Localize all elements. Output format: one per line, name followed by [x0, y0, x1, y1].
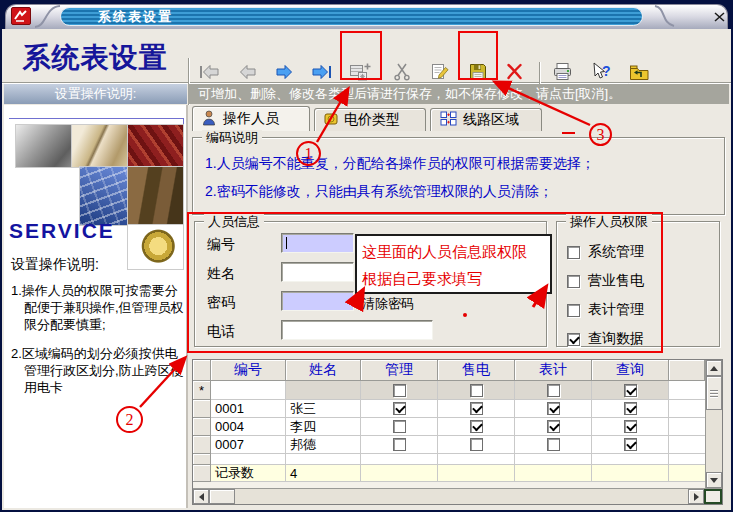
horizontal-scroll-thumb[interactable]: [209, 489, 235, 504]
row-name-cell[interactable]: 李四: [286, 418, 361, 436]
perm-row-system: 系统管理: [567, 243, 644, 261]
scroll-up-button[interactable]: [706, 360, 722, 376]
password-field[interactable]: [281, 291, 354, 311]
system-admin-checkbox[interactable]: [567, 246, 580, 259]
new-row-name-cell[interactable]: [286, 381, 361, 400]
tab-operators[interactable]: 操作人员: [192, 106, 310, 131]
row-filler: [669, 418, 705, 436]
tab-line-area[interactable]: 线路区域: [430, 108, 542, 131]
arrow-bar-left-icon: [198, 59, 220, 84]
row-sales-checkbox[interactable]: [470, 420, 483, 433]
row-admin-checkbox[interactable]: [393, 402, 406, 415]
new-row-admin-checkbox[interactable]: [393, 384, 406, 397]
vertical-scroll-track[interactable]: [706, 410, 722, 472]
grid-row-0004[interactable]: 0004 李四: [193, 418, 705, 436]
grid-new-row[interactable]: *: [193, 381, 705, 400]
scroll-left-button[interactable]: [193, 489, 209, 504]
collage-pen-image: [72, 125, 128, 167]
id-field[interactable]: [281, 233, 354, 253]
new-row-sales-cell[interactable]: [438, 381, 515, 400]
horizontal-scrollbar[interactable]: [193, 489, 704, 504]
col-header-query[interactable]: 查询: [592, 360, 669, 381]
row-query-cell[interactable]: [592, 400, 669, 418]
new-row-meter-checkbox[interactable]: [547, 384, 560, 397]
row-sales-checkbox[interactable]: [470, 402, 483, 415]
sales-checkbox[interactable]: [567, 275, 580, 288]
row-sales-cell[interactable]: [438, 436, 515, 454]
row-meter-cell[interactable]: [515, 436, 592, 454]
name-field[interactable]: [281, 262, 354, 282]
row-selector[interactable]: [193, 400, 211, 418]
row-admin-cell[interactable]: [361, 400, 438, 418]
perm-row-sales: 营业售电: [567, 272, 644, 290]
row-meter-checkbox[interactable]: [547, 420, 560, 433]
tab-price-type[interactable]: 电价类型: [314, 108, 426, 131]
triangle-left-icon: [199, 493, 204, 501]
svg-text:?: ?: [602, 63, 611, 79]
perm-row-query: 查询数据: [567, 330, 644, 348]
row-admin-cell[interactable]: [361, 418, 438, 436]
row-admin-checkbox[interactable]: [393, 420, 406, 433]
row-sales-checkbox[interactable]: [470, 438, 483, 451]
row-query-checkbox[interactable]: [624, 402, 637, 415]
row-name-cell[interactable]: 邦德: [286, 436, 361, 454]
row-query-checkbox[interactable]: [624, 438, 637, 451]
close-button[interactable]: [709, 9, 729, 24]
new-row-meter-cell[interactable]: [515, 381, 592, 400]
row-meter-cell[interactable]: [515, 418, 592, 436]
grid-header-row: 编号 姓名 管理 售电 表计 查询: [193, 360, 705, 381]
vertical-scroll-thumb[interactable]: [706, 376, 722, 410]
horizontal-scroll-track[interactable]: [235, 489, 688, 504]
row-admin-cell[interactable]: [361, 436, 438, 454]
grid-row-0001[interactable]: 0001 张三: [193, 400, 705, 418]
person-icon: [202, 110, 217, 129]
printer-icon: [552, 59, 574, 84]
vertical-scrollbar[interactable]: [705, 360, 722, 488]
clear-password-link[interactable]: 清除密码: [362, 295, 414, 313]
col-header-name[interactable]: 姓名: [286, 360, 361, 381]
row-meter-cell[interactable]: [515, 400, 592, 418]
new-row-sales-checkbox[interactable]: [470, 384, 483, 397]
grid-corner-cell: [193, 360, 211, 381]
grid-row-0007[interactable]: 0007 邦德: [193, 436, 705, 454]
row-sales-cell[interactable]: [438, 418, 515, 436]
row-admin-checkbox[interactable]: [393, 438, 406, 451]
person-info-title: 人员信息: [204, 214, 264, 229]
sidebar-divider-line: [9, 118, 184, 119]
query-checkbox[interactable]: [567, 333, 580, 346]
row-selector[interactable]: [193, 418, 211, 436]
sidebar-heading: 设置操作说明:: [11, 256, 99, 274]
scroll-down-button[interactable]: [706, 472, 722, 488]
phone-field[interactable]: [281, 320, 433, 340]
col-header-admin[interactable]: 管理: [361, 360, 438, 381]
row-name-cell[interactable]: 张三: [286, 400, 361, 418]
collage-tools-image: [16, 125, 72, 167]
tab-operators-label: 操作人员: [223, 110, 279, 128]
sidebar-header: 设置操作说明:: [4, 84, 187, 104]
field-label-name: 姓名: [207, 265, 235, 283]
permissions-groupbox: 操作人员权限 系统管理 营业售电 表计管理 查询数据: [556, 221, 720, 347]
coding-help-line-2: 2.密码不能修改，只能由具有系统管理权限的人员清除；: [205, 183, 553, 201]
new-row-id-cell[interactable]: [211, 381, 286, 400]
scroll-right-button[interactable]: [688, 489, 704, 504]
col-header-id[interactable]: 编号: [211, 360, 286, 381]
app-window: 系统表设置 系统表设置 到首 向前 向后 到尾 增加 删除: [0, 0, 733, 512]
new-row-admin-cell[interactable]: [361, 381, 438, 400]
row-query-cell[interactable]: [592, 436, 669, 454]
new-row-query-cell[interactable]: [592, 381, 669, 400]
new-row-query-checkbox[interactable]: [624, 384, 637, 397]
row-query-checkbox[interactable]: [624, 420, 637, 433]
row-id-cell[interactable]: 0001: [211, 400, 286, 418]
row-sales-cell[interactable]: [438, 400, 515, 418]
arrow-right-icon: [275, 59, 295, 84]
col-header-sales[interactable]: 售电: [438, 360, 515, 381]
row-id-cell[interactable]: 0007: [211, 436, 286, 454]
row-id-cell[interactable]: 0004: [211, 418, 286, 436]
col-header-meter[interactable]: 表计: [515, 360, 592, 381]
row-selector[interactable]: [193, 436, 211, 454]
row-query-cell[interactable]: [592, 418, 669, 436]
meter-checkbox[interactable]: [567, 304, 580, 317]
row-meter-checkbox[interactable]: [547, 438, 560, 451]
floppy-disk-icon: [468, 59, 488, 84]
row-meter-checkbox[interactable]: [547, 402, 560, 415]
